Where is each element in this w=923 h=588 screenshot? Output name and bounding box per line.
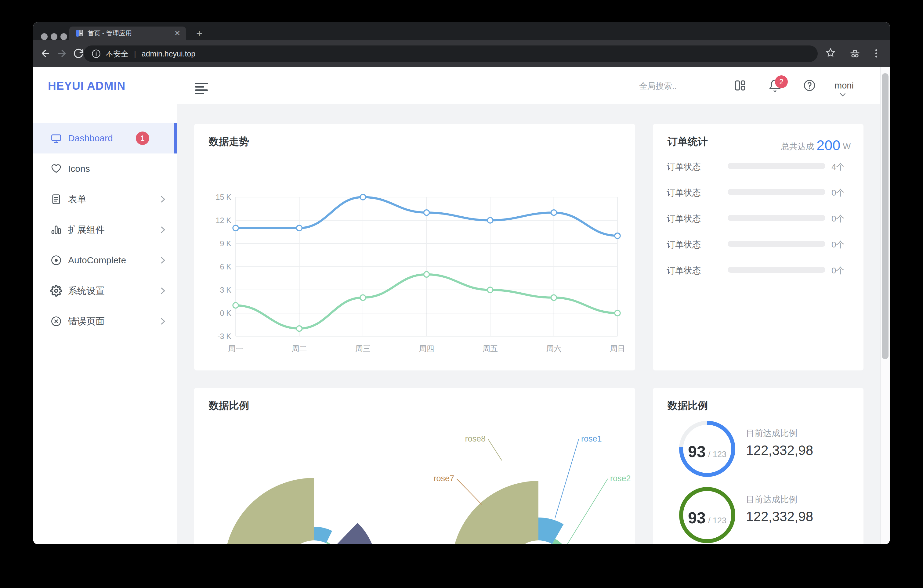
svg-text:3 K: 3 K xyxy=(220,286,232,294)
sidebar-item-autocomplete[interactable]: AutoComplete xyxy=(33,245,177,276)
rose-label: rose2 xyxy=(610,474,631,483)
order-status-label: 订单状态 xyxy=(667,265,701,276)
orders-card: 订单统计 总共达成200W 订单状态4个订单状态0个订单状态0个订单状态0个订单… xyxy=(653,124,864,370)
notifications-button[interactable]: 2 xyxy=(768,79,782,92)
svg-text:周三: 周三 xyxy=(355,344,371,353)
sidebar-item-系统设置[interactable]: 系统设置 xyxy=(33,276,177,306)
svg-text:12 K: 12 K xyxy=(216,216,232,225)
window-zoom-button[interactable] xyxy=(61,33,67,40)
document-icon xyxy=(50,194,62,205)
chevron-right-icon xyxy=(159,316,166,327)
trend-card: 数据走势 15 K12 K9 K6 K3 K0 K-3 K周一周二周三周四周五周… xyxy=(194,124,635,370)
svg-text:-3 K: -3 K xyxy=(217,332,232,340)
sidebar-item-icons[interactable]: Icons xyxy=(33,153,177,184)
order-status-row: 订单状态0个 xyxy=(653,238,864,250)
back-icon[interactable] xyxy=(40,48,51,59)
browser-tab-strip: 首页 - 管理应用 ✕ + xyxy=(33,22,890,40)
app-page: HEYUI ADMIN Dashboard1Icons表单扩展组件AutoCom… xyxy=(33,67,890,544)
scrollbar-thumb[interactable] xyxy=(882,73,889,359)
sidebar-item-扩展组件[interactable]: 扩展组件 xyxy=(33,215,177,245)
ratio-item: 93/ 123目前达成比例122,332,98 xyxy=(679,487,850,543)
rose-label: rose8 xyxy=(465,434,486,443)
address-bar[interactable]: 不安全 | admin.heyui.top xyxy=(84,46,818,62)
ring-center: 93/ 123 xyxy=(683,491,731,539)
svg-text:周日: 周日 xyxy=(610,344,625,353)
browser-toolbar: 不安全 | admin.heyui.top xyxy=(33,40,890,67)
order-status-label: 订单状态 xyxy=(667,187,701,199)
tab-close-icon[interactable]: ✕ xyxy=(174,29,181,38)
browser-tab[interactable]: 首页 - 管理应用 ✕ xyxy=(69,26,186,40)
rose-right: rose8rose1rose7rose2 xyxy=(434,434,631,544)
progress-track xyxy=(728,267,825,273)
reload-icon[interactable] xyxy=(73,48,84,59)
orders-summary-label: 总共达成 xyxy=(781,142,814,151)
browser-window: 首页 - 管理应用 ✕ + 不安全 | admin.heyui.top xyxy=(33,22,890,544)
forward-icon[interactable] xyxy=(56,48,67,59)
user-name: moni xyxy=(834,80,854,90)
svg-text:0 K: 0 K xyxy=(220,309,232,317)
window-close-button[interactable] xyxy=(41,33,48,40)
ratio-label: 目前达成比例 xyxy=(746,427,797,439)
order-status-value: 0个 xyxy=(831,265,845,276)
chevron-right-icon xyxy=(159,194,166,204)
ratio-amount: 122,332,98 xyxy=(746,509,813,524)
order-status-value: 0个 xyxy=(831,187,845,199)
ratio-amount: 122,332,98 xyxy=(746,443,813,458)
circle-x-icon xyxy=(50,315,62,327)
rose-card: 数据比例 rose8rose1rose7rose2 xyxy=(194,388,635,544)
info-icon[interactable] xyxy=(92,49,101,58)
svg-text:9 K: 9 K xyxy=(220,239,232,248)
order-status-value: 0个 xyxy=(831,239,845,251)
window-minimize-button[interactable] xyxy=(51,33,57,40)
svg-text:15 K: 15 K xyxy=(216,193,232,201)
trend-card-title: 数据走势 xyxy=(209,135,249,149)
url-separator: | xyxy=(134,49,136,59)
page-scrollbar[interactable] xyxy=(880,67,890,544)
browser-menu-icon[interactable] xyxy=(871,47,882,59)
order-status-label: 订单状态 xyxy=(667,161,701,173)
app-header: 全局搜索.. 2 xyxy=(177,67,890,104)
rose-left xyxy=(224,478,383,544)
notification-badge: 2 xyxy=(775,76,788,88)
sidebar-item-表单[interactable]: 表单 xyxy=(33,184,177,215)
svg-text:周一: 周一 xyxy=(228,344,243,353)
site-favicon xyxy=(76,30,83,37)
apps-grid-icon[interactable] xyxy=(734,79,747,92)
sidebar-item-label: Icons xyxy=(68,164,90,174)
global-search-input[interactable]: 全局搜索.. xyxy=(639,80,677,92)
security-label[interactable]: 不安全 xyxy=(106,49,128,59)
sidebar-item-错误页面[interactable]: 错误页面 xyxy=(33,306,177,337)
circle-dot-icon xyxy=(50,255,62,266)
rose-card-title: 数据比例 xyxy=(209,399,249,412)
sidebar-item-badge: 1 xyxy=(136,131,149,145)
rose-charts: rose8rose1rose7rose2 xyxy=(194,388,635,544)
chevron-down-icon xyxy=(839,90,847,99)
url-text[interactable]: admin.heyui.top xyxy=(141,49,195,58)
bookmark-star-icon[interactable] xyxy=(825,47,836,58)
rose-label: rose1 xyxy=(581,434,602,443)
ring-total: / 123 xyxy=(708,516,726,526)
order-status-row: 订单状态0个 xyxy=(653,212,864,224)
gear-icon xyxy=(50,285,62,297)
new-tab-button[interactable]: + xyxy=(196,27,202,39)
app-logo[interactable]: HEYUI ADMIN xyxy=(48,80,125,92)
svg-text:6 K: 6 K xyxy=(220,263,232,271)
progress-ring: 93/ 123 xyxy=(679,487,735,543)
progress-track xyxy=(728,215,825,221)
tab-title: 首页 - 管理应用 xyxy=(88,29,174,38)
sidebar-item-label: 扩展组件 xyxy=(68,224,105,236)
ring-value: 93 xyxy=(688,442,706,461)
chevron-right-icon xyxy=(159,286,166,296)
ring-value: 93 xyxy=(688,509,706,527)
rose-label: rose7 xyxy=(434,474,454,483)
ratio-item: 93/ 123目前达成比例122,332,98 xyxy=(679,421,850,477)
svg-text:周五: 周五 xyxy=(483,344,498,353)
heart-icon xyxy=(50,163,62,174)
orders-summary-unit: W xyxy=(843,142,851,151)
line-chart: 15 K12 K9 K6 K3 K0 K-3 K周一周二周三周四周五周六周日 xyxy=(194,124,635,370)
orders-summary-value: 200 xyxy=(816,137,840,153)
user-menu[interactable]: moni xyxy=(834,80,854,99)
sidebar-item-dashboard[interactable]: Dashboard1 xyxy=(33,123,177,153)
menu-fold-icon[interactable] xyxy=(195,83,208,96)
help-icon[interactable] xyxy=(803,79,816,92)
